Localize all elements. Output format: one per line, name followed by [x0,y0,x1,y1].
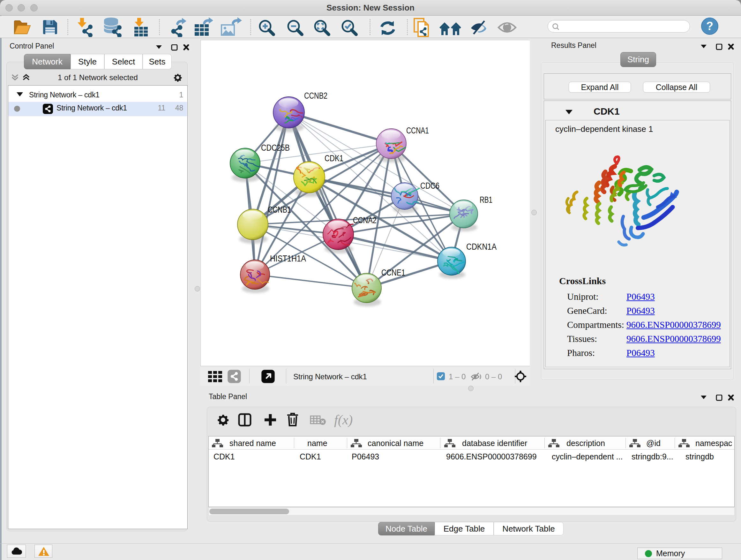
svg-text:?: ? [706,19,713,33]
svg-text:CCNA2: CCNA2 [353,215,377,225]
svg-text:CCNE1: CCNE1 [381,268,405,277]
svg-text:RB1: RB1 [480,195,492,205]
svg-text:CDC25B: CDC25B [261,143,290,152]
svg-text:CCNB1: CCNB1 [268,205,291,214]
svg-text:CDC6: CDC6 [420,181,440,191]
svg-text:CDK1: CDK1 [325,153,343,163]
svg-text:CCNB2: CCNB2 [304,91,327,101]
svg-text:CCNA1: CCNA1 [406,126,429,135]
svg-text:CDKN1A: CDKN1A [466,242,496,252]
svg-text:HIST1H1A: HIST1H1A [270,254,306,263]
